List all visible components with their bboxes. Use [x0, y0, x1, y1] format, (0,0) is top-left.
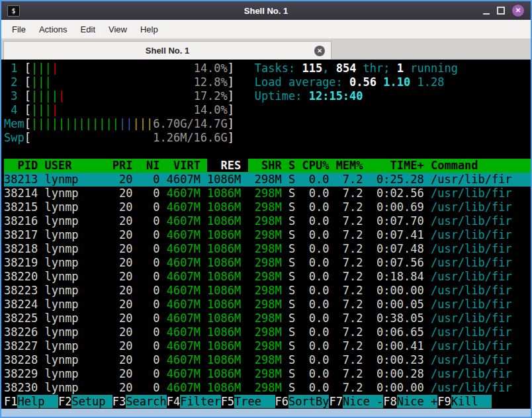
fkey-action-label: Tree	[234, 395, 275, 408]
meter-bars: |	[58, 89, 65, 103]
column-header-s[interactable]: S	[288, 159, 302, 172]
minimize-button[interactable]	[483, 7, 490, 15]
fkey-F1[interactable]: F1Help	[4, 395, 58, 408]
uptime: Uptime:	[255, 89, 309, 103]
menu-file[interactable]: File	[5, 22, 32, 37]
tasks-summary: 1	[397, 62, 404, 75]
column-header-command[interactable]: Command	[431, 159, 478, 172]
meter-value: 14.0%	[194, 62, 228, 75]
tasks-summary: 854	[336, 62, 357, 75]
meter-bars: ||	[119, 117, 132, 130]
meter-bracket: [	[24, 75, 31, 89]
fkey-key-label: F4	[167, 395, 180, 408]
fkey-F4[interactable]: F4Filter	[167, 395, 221, 408]
column-header-mem[interactable]: MEM%	[336, 159, 370, 172]
meter-label: 4	[4, 103, 24, 116]
cpu-meter-1: 1 [|||| 14.0%] Tasks: 115, 854 thr; 1 ru…	[4, 62, 531, 75]
process-row[interactable]: 38225 lynmp 20 0 4607M 1086M 298M S 0.0 …	[4, 312, 531, 325]
tasks-summary: Tasks:	[255, 62, 302, 75]
meter-bracket: [	[24, 117, 31, 130]
close-icon: ✕	[515, 5, 521, 17]
fkey-F3[interactable]: F3Search	[112, 395, 167, 408]
meter-label: Swp	[4, 131, 24, 144]
process-row[interactable]: 38214 lynmp 20 0 4607M 1086M 298M S 0.0 …	[4, 187, 531, 200]
process-row[interactable]: 38218 lynmp 20 0 4607M 1086M 298M S 0.0 …	[4, 242, 531, 256]
meter-bracket: [	[24, 62, 31, 75]
menubar: File Actions Edit View Help	[1, 20, 531, 39]
swp-meter: Swp[ 1.26M/16.6G]	[4, 131, 531, 145]
tab-label: Shell No. 1	[146, 46, 189, 56]
fkey-F6[interactable]: F6SortBy	[275, 395, 330, 408]
fkey-key-label: F7	[329, 395, 342, 408]
titlebar[interactable]: $ Shell No. 1 ✕	[1, 1, 531, 20]
column-header-ni[interactable]: NI	[140, 159, 167, 172]
process-row[interactable]: 38224 lynmp 20 0 4607M 1086M 298M S 0.0 …	[4, 298, 531, 312]
load-average: 1.10	[383, 75, 417, 89]
process-row[interactable]: 38229 lynmp 20 0 4607M 1086M 298M S 0.0 …	[4, 367, 531, 381]
fkey-action-label: Nice +	[397, 395, 437, 408]
process-row[interactable]: 38220 lynmp 20 0 4607M 1086M 298M S 0.0 …	[4, 270, 531, 284]
tasks-summary: running	[404, 62, 458, 75]
meter-label: 2	[4, 75, 24, 89]
load-average: 0.56	[349, 75, 383, 89]
meter-label: Mem	[4, 117, 24, 130]
uptime: 12:15:40	[309, 89, 363, 103]
process-row[interactable]: 38230 lynmp 20 0 4607M 1086M 298M S 0.0 …	[4, 381, 531, 395]
terminal-window: $ Shell No. 1 ✕ File Actions Edit View H…	[0, 0, 532, 418]
terminal-screen[interactable]: 1 [|||| 14.0%] Tasks: 115, 854 thr; 1 ru…	[1, 60, 531, 409]
column-header-pid[interactable]: PID	[4, 159, 44, 172]
fkey-F5[interactable]: F5Tree	[221, 395, 275, 408]
meter-value: 14.0%	[194, 103, 228, 116]
tasks-summary: thr;	[356, 62, 396, 75]
fkey-key-label: F9	[437, 395, 451, 408]
fkey-action-label: Search	[126, 395, 166, 408]
meter-label: 1	[4, 62, 24, 75]
menu-edit[interactable]: Edit	[74, 22, 102, 37]
tab-close-button[interactable]: ✕	[314, 46, 325, 56]
meter-bars: |||||||||||||	[31, 117, 119, 130]
meter-bracket: ]	[228, 117, 234, 130]
meter-value: 6.70G/14.7G	[153, 117, 228, 130]
column-header-res[interactable]: RES	[207, 159, 247, 172]
process-row[interactable]: 38223 lynmp 20 0 4607M 1086M 298M S 0.0 …	[4, 284, 531, 298]
fkey-F7[interactable]: F7Nice -	[329, 395, 383, 408]
column-header-virt[interactable]: VIRT	[167, 159, 207, 172]
menu-help[interactable]: Help	[134, 22, 165, 37]
column-header-pri[interactable]: PRI	[112, 159, 140, 172]
fkey-action-label: Setup	[71, 395, 112, 408]
tasks-summary: ,	[322, 62, 335, 75]
tab-shell-no-1[interactable]: Shell No. 1 ✕	[3, 41, 332, 60]
meter-value: 12.8%	[194, 75, 228, 89]
fkey-F2[interactable]: F2Setup	[58, 395, 112, 408]
meter-bracket: ]	[228, 103, 234, 116]
process-row[interactable]: 38215 lynmp 20 0 4607M 1086M 298M S 0.0 …	[4, 200, 531, 214]
column-header-user[interactable]: USER	[44, 159, 112, 172]
menu-actions[interactable]: Actions	[32, 22, 74, 37]
process-row[interactable]: 38228 lynmp 20 0 4607M 1086M 298M S 0.0 …	[4, 353, 531, 367]
minimize-icon	[483, 13, 490, 15]
process-row[interactable]: 38226 lynmp 20 0 4607M 1086M 298M S 0.0 …	[4, 325, 531, 339]
column-header-shr[interactable]: SHR	[248, 159, 288, 172]
blank-line	[4, 145, 531, 159]
terminal-app-icon: $	[7, 5, 20, 17]
fkey-key-label: F6	[275, 395, 288, 408]
process-row[interactable]: 38227 lynmp 20 0 4607M 1086M 298M S 0.0 …	[4, 339, 531, 353]
meter-bracket: [	[24, 103, 31, 116]
fkey-F9[interactable]: F9Kill	[437, 395, 492, 408]
close-button[interactable]: ✕	[512, 5, 524, 17]
meter-label: 3	[4, 89, 24, 103]
menu-view[interactable]: View	[102, 22, 134, 37]
column-header-time[interactable]: TIME+	[370, 159, 431, 172]
process-row[interactable]: 38217 lynmp 20 0 4607M 1086M 298M S 0.0 …	[4, 228, 531, 242]
column-header-cpu[interactable]: CPU%	[302, 159, 335, 172]
process-row[interactable]: 38216 lynmp 20 0 4607M 1086M 298M S 0.0 …	[4, 214, 531, 228]
meter-value: 17.2%	[194, 89, 228, 103]
fkey-F8[interactable]: F8Nice +	[383, 395, 437, 408]
window-title: Shell No. 1	[1, 6, 531, 16]
tabbar: Shell No. 1 ✕	[1, 39, 531, 60]
cpu-meter-4: 4 [|||| 14.0%]	[4, 103, 531, 117]
process-row[interactable]: 38213 lynmp 20 0 4607M 1086M 298M S 0.0 …	[4, 173, 531, 187]
maximize-button[interactable]	[497, 7, 505, 15]
process-row[interactable]: 38219 lynmp 20 0 4607M 1086M 298M S 0.0 …	[4, 256, 531, 270]
meter-bracket: ]	[228, 75, 234, 89]
